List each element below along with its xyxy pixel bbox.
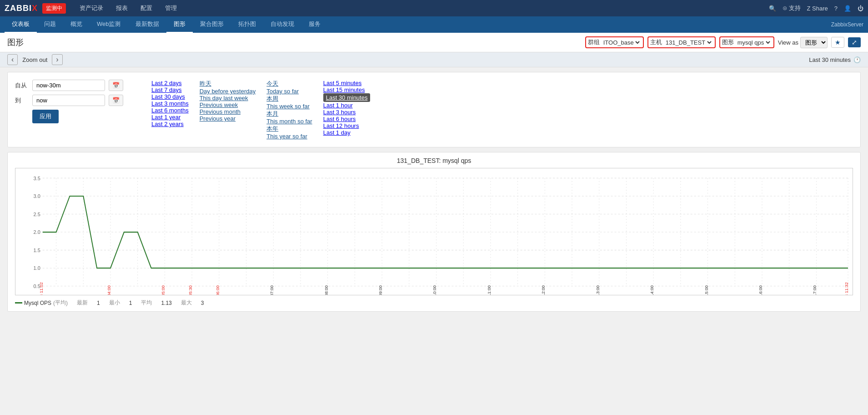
quick-today-so-far[interactable]: Today so far: [266, 88, 299, 95]
zoom-out-label[interactable]: Zoom out: [22, 56, 47, 63]
from-calendar-icon[interactable]: 📅: [109, 80, 123, 91]
user-icon[interactable]: 👤: [844, 5, 851, 12]
nav-problems[interactable]: 问题: [37, 16, 63, 32]
legend-avg-label: 平均: [141, 299, 152, 307]
to-input[interactable]: [32, 95, 105, 106]
svg-text:11:06:00: 11:06:00: [216, 285, 220, 295]
quick-today[interactable]: 今天: [266, 80, 278, 87]
svg-text:11:14:00: 11:14:00: [650, 285, 654, 295]
share-link[interactable]: Z Share: [807, 5, 828, 12]
quick-this-month-so-far[interactable]: This month so far: [266, 118, 312, 125]
svg-text:11:13:00: 11:13:00: [596, 285, 600, 295]
nav-graphs[interactable]: 图形: [166, 16, 193, 33]
quick-links-col4: Last 5 minutes Last 15 minutes Last 30 m…: [323, 80, 371, 140]
host-selector-group: 主机 131_DB_TEST: [647, 36, 716, 48]
host-select[interactable]: 131_DB_TEST: [664, 39, 713, 46]
quick-last15min[interactable]: Last 15 minutes: [323, 86, 365, 93]
quick-links-col1: Last 2 days Last 7 days Last 30 days Las…: [151, 80, 189, 140]
quick-this-year[interactable]: 本年: [266, 125, 278, 132]
svg-text:11:09:00: 11:09:00: [378, 285, 383, 295]
quick-last6months[interactable]: Last 6 months: [151, 107, 189, 114]
quick-last30min[interactable]: Last 30 minutes: [323, 93, 371, 102]
graph-title: 131_DB_TEST: mysql qps: [15, 157, 853, 164]
legend-min-label: 最小: [109, 299, 120, 307]
support-link[interactable]: ⊙ 支持: [783, 4, 801, 12]
legend-latest-value: 1: [97, 300, 100, 306]
to-calendar-icon[interactable]: 📅: [109, 95, 123, 106]
nav-web[interactable]: Web监测: [90, 16, 128, 32]
quick-last1day[interactable]: Last 1 day: [323, 129, 351, 136]
time-inputs: 自从 📅 到 📅: [15, 80, 133, 106]
svg-text:2.5: 2.5: [34, 211, 40, 217]
nav-overview[interactable]: 概览: [63, 16, 90, 32]
quick-last1year[interactable]: Last 1 year: [151, 114, 181, 121]
power-icon[interactable]: ⏻: [858, 5, 863, 12]
quick-last7days[interactable]: Last 7 days: [151, 86, 182, 93]
svg-text:1.5: 1.5: [34, 248, 40, 253]
quick-previous-year[interactable]: Previous year: [200, 115, 236, 122]
quick-previous-week[interactable]: Previous week: [200, 101, 238, 108]
svg-text:3.5: 3.5: [34, 175, 40, 181]
legend-min-value: 1: [129, 300, 132, 306]
legend-latest-label: 最新: [77, 299, 88, 307]
group-select[interactable]: ITOO_base: [602, 39, 641, 46]
page-title: 图形: [7, 37, 585, 48]
quick-this-month[interactable]: 本月: [266, 110, 278, 117]
quick-links-col3: 今天 Today so far 本周 This week so far 本月 T…: [266, 80, 312, 140]
quick-yesterday[interactable]: 昨天: [200, 80, 211, 87]
help-icon[interactable]: ?: [834, 5, 838, 12]
prev-button[interactable]: ‹: [7, 54, 18, 65]
legend-max-value: 3: [201, 300, 204, 306]
nav-latest[interactable]: 最新数据: [128, 16, 166, 32]
quick-last2years[interactable]: Last 2 years: [151, 121, 184, 127]
nav-assets[interactable]: 资产记录: [73, 0, 110, 16]
quick-this-day-last-week[interactable]: This day last week: [200, 95, 248, 101]
nav-discovery[interactable]: 自动发现: [263, 16, 301, 32]
search-icon[interactable]: 🔍: [769, 5, 776, 12]
legend-avg-value: 1.13: [161, 300, 171, 306]
from-row: 自从 📅: [15, 80, 133, 91]
expand-button[interactable]: ⤢: [848, 37, 861, 47]
graph-area: 3.5 3.0 2.5 2.0 1.5 1.0 0.5: [15, 168, 853, 295]
quick-last2days[interactable]: Last 2 days: [151, 80, 182, 86]
nav-aggregate[interactable]: 聚合图形: [193, 16, 231, 32]
legend-max-label: 最大: [181, 299, 192, 307]
group-selector-group: 群组 ITOO_base: [585, 36, 644, 48]
graph-legend: Mysql OPS (平均) 最新 1 最小 1 平均 1.13 最大 3: [15, 299, 853, 307]
clock-icon: 🕐: [853, 56, 861, 63]
nav-topology[interactable]: 拓扑图: [231, 16, 263, 32]
favorite-button[interactable]: ★: [831, 37, 844, 48]
apply-button[interactable]: 应用: [32, 110, 59, 123]
quick-day-before-yesterday[interactable]: Day before yesterday: [200, 88, 256, 95]
view-as-select[interactable]: 图形 文本: [800, 37, 828, 48]
svg-text:11:07:00: 11:07:00: [270, 285, 275, 295]
graph-container: 131_DB_TEST: mysql qps 3.5 3.0 2.5 2.0 1…: [7, 152, 861, 312]
quick-last5min[interactable]: Last 5 minutes: [323, 80, 362, 86]
nav-admin[interactable]: 管理: [159, 0, 183, 16]
group-label: 群组: [588, 38, 600, 46]
nav-services[interactable]: 服务: [301, 16, 328, 32]
svg-text:11:05:00: 11:05:00: [161, 285, 166, 295]
main-content: 自从 📅 到 📅 应用 Last 2 days Last 7 days Last…: [0, 67, 868, 316]
quick-this-week[interactable]: 本周: [266, 95, 278, 102]
nav-reports[interactable]: 报表: [110, 0, 134, 16]
quick-previous-month[interactable]: Previous month: [200, 108, 241, 115]
view-as-label: View as: [778, 39, 798, 46]
time-picker-area: 自从 📅 到 📅 应用 Last 2 days Last 7 days Last…: [7, 72, 861, 147]
next-button[interactable]: ›: [52, 54, 62, 65]
nav-dashboard[interactable]: 仪表板: [5, 16, 37, 33]
quick-last6hours[interactable]: Last 6 hours: [323, 116, 356, 122]
quick-last1hour[interactable]: Last 1 hour: [323, 102, 353, 109]
quick-last12hours[interactable]: Last 12 hours: [323, 122, 359, 129]
quick-last30days[interactable]: Last 30 days: [151, 93, 185, 100]
quick-this-week-so-far[interactable]: This week so far: [266, 103, 310, 110]
zoom-bar: ‹ Zoom out › Last 30 minutes 🕐: [0, 52, 868, 67]
quick-last3hours[interactable]: Last 3 hours: [323, 109, 356, 116]
view-as-group: View as 图形 文本: [778, 37, 828, 48]
quick-last3months[interactable]: Last 3 months: [151, 100, 189, 107]
nav-config[interactable]: 配置: [134, 0, 159, 16]
quick-this-year-so-far[interactable]: This year so far: [266, 133, 307, 140]
from-input[interactable]: [32, 80, 105, 91]
svg-text:01-03 11:02: 01-03 11:02: [39, 282, 44, 295]
graph-select[interactable]: mysql qps: [736, 39, 772, 46]
